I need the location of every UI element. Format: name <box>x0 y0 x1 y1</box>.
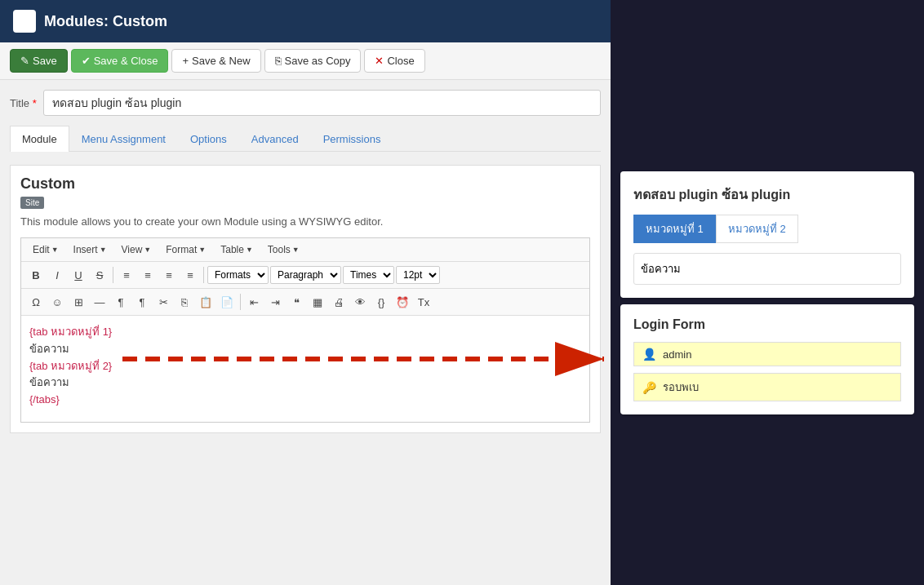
svg-rect-1 <box>25 15 31 20</box>
title-input[interactable] <box>43 90 601 116</box>
hr-button[interactable]: — <box>90 292 109 312</box>
username-value: admin <box>663 348 691 361</box>
save-button[interactable]: ✎ Save <box>10 49 68 73</box>
close-button[interactable]: ✕ Close <box>364 49 424 73</box>
media-button[interactable]: ▦ <box>308 292 327 312</box>
strikethrough-button[interactable]: S <box>90 265 109 285</box>
left-panel: Modules: Custom ✎ Save ✔ Save & Close + … <box>0 0 611 585</box>
indent-button[interactable]: ⇥ <box>265 292 285 312</box>
title-row: Title * <box>10 90 601 116</box>
pilcrow-button[interactable]: ¶ <box>111 292 131 312</box>
outdent-button[interactable]: ⇤ <box>244 292 264 312</box>
login-form-title: Login Form <box>633 317 901 332</box>
align-left-button[interactable]: ≡ <box>117 265 136 285</box>
align-justify-button[interactable]: ≡ <box>180 265 200 285</box>
editor-line-3: {tab หมวดหมู่ที่ 2} <box>29 358 581 375</box>
password-field: 🔑 รอบพเบ <box>633 373 901 401</box>
emoji-button[interactable]: ☺ <box>47 292 67 312</box>
user-icon: 👤 <box>642 348 656 361</box>
toolbar: ✎ Save ✔ Save & Close + Save & New ⎘ Sav… <box>0 42 611 80</box>
preview-content: ข้อความ <box>633 253 901 285</box>
password-value: รอบพเบ <box>663 379 699 396</box>
preview-tab-2[interactable]: หมวดหมู่ที่ 2 <box>716 215 798 243</box>
preview-module-title: ทดสอบ plugin ซ้อน plugin <box>633 184 901 205</box>
required-indicator: * <box>33 97 37 109</box>
print-button[interactable]: 🖨 <box>329 292 349 312</box>
time-button[interactable]: ⏰ <box>393 292 412 312</box>
save-close-button[interactable]: ✔ Save & Close <box>71 49 169 73</box>
code-button[interactable]: {} <box>371 292 391 312</box>
tab-menu-assignment[interactable]: Menu Assignment <box>69 126 178 152</box>
divider <box>113 267 113 283</box>
save-copy-button[interactable]: ⎘ Save as Copy <box>264 49 362 73</box>
cut-button[interactable]: ✂ <box>153 292 173 312</box>
preview-button[interactable]: 👁 <box>350 292 370 312</box>
align-right-button[interactable]: ≡ <box>159 265 179 285</box>
tab-options[interactable]: Options <box>178 126 239 152</box>
align-center-button[interactable]: ≡ <box>138 265 158 285</box>
header: Modules: Custom <box>0 0 611 42</box>
divider3 <box>240 294 241 310</box>
table-button[interactable]: ⊞ <box>69 292 88 312</box>
module-tabs: Module Menu Assignment Options Advanced … <box>10 126 601 152</box>
wysiwyg-editor[interactable]: Edit ▼ Insert ▼ View ▼ Format ▼ Table ▼ … <box>20 237 590 423</box>
editor-toolbar-row2: Ω ☺ ⊞ — ¶ ¶ ✂ ⎘ 📋 📄 ⇤ ⇥ ❝ ▦ 🖨 👁 <box>21 289 589 316</box>
clear-button[interactable]: Tx <box>414 292 433 312</box>
blockquote-button[interactable]: ❝ <box>287 292 306 312</box>
copy-button[interactable]: ⎘ <box>175 292 194 312</box>
module-name: Custom <box>20 175 590 193</box>
italic-button[interactable]: I <box>47 265 67 285</box>
close-icon: ✕ <box>375 55 384 67</box>
tools-menu[interactable]: Tools ▼ <box>261 242 306 258</box>
username-field: 👤 admin <box>633 342 901 366</box>
tab-advanced[interactable]: Advanced <box>239 126 311 152</box>
page-title: Modules: Custom <box>44 13 167 30</box>
login-card: Login Form 👤 admin 🔑 รอบพเบ <box>620 304 914 414</box>
editor-menubar: Edit ▼ Insert ▼ View ▼ Format ▼ Table ▼ … <box>21 238 589 262</box>
lock-icon: 🔑 <box>642 381 656 394</box>
size-select[interactable]: 12pt <box>396 266 440 284</box>
formats-select[interactable]: Formats <box>207 266 269 284</box>
font-select[interactable]: Times <box>343 266 394 284</box>
edit-menu[interactable]: Edit ▼ <box>26 242 65 258</box>
module-section: Custom Site This module allows you to cr… <box>10 165 601 433</box>
editor-content[interactable]: {tab หมวดหมู่ที่ 1} ข้อความ {tab หมวดหมู… <box>21 316 589 422</box>
module-description: This module allows you to create your ow… <box>20 215 590 228</box>
preview-tab-1[interactable]: หมวดหมู่ที่ 1 <box>633 215 716 243</box>
paste-button[interactable]: 📋 <box>196 292 215 312</box>
editor-line-4: ข้อความ <box>29 374 581 392</box>
save-new-button[interactable]: + Save & New <box>171 49 260 73</box>
view-menu[interactable]: View ▼ <box>115 242 158 258</box>
preview-card: ทดสอบ plugin ซ้อน plugin หมวดหมู่ที่ 1 ห… <box>620 171 914 298</box>
editor-line-2: ข้อความ <box>29 341 581 358</box>
check-icon: ✔ <box>82 55 91 67</box>
format-menu[interactable]: Format ▼ <box>159 242 212 258</box>
plus-icon: + <box>182 55 189 67</box>
table-menu[interactable]: Table ▼ <box>214 242 260 258</box>
editor-line-1: {tab หมวดหมู่ที่ 1} <box>29 324 581 341</box>
svg-rect-3 <box>25 22 31 28</box>
omega-button[interactable]: Ω <box>26 292 46 312</box>
insert-menu[interactable]: Insert ▼ <box>67 242 113 258</box>
main-content: Title * Module Menu Assignment Options A… <box>0 80 611 443</box>
module-badge: Site <box>20 197 44 209</box>
paragraph-select[interactable]: Paragraph <box>270 266 341 284</box>
divider2 <box>203 267 204 283</box>
preview-tabs: หมวดหมู่ที่ 1 หมวดหมู่ที่ 2 <box>633 215 901 243</box>
pilcrow2-button[interactable]: ¶ <box>132 292 152 312</box>
title-label: Title * <box>10 97 37 109</box>
paste-text-button[interactable]: 📄 <box>217 292 237 312</box>
copy-icon: ⎘ <box>275 55 282 67</box>
bold-button[interactable]: B <box>26 265 46 285</box>
editor-line-5: {/tabs} <box>29 392 581 409</box>
modules-icon <box>13 10 36 33</box>
right-panel: ทดสอบ plugin ซ้อน plugin หมวดหมู่ที่ 1 ห… <box>611 0 924 585</box>
tab-permissions[interactable]: Permissions <box>311 126 393 152</box>
svg-rect-0 <box>18 15 24 20</box>
save-icon: ✎ <box>20 55 29 67</box>
editor-toolbar-row1: B I U S ≡ ≡ ≡ ≡ Formats Paragraph <box>21 262 589 289</box>
underline-button[interactable]: U <box>69 265 88 285</box>
tab-module[interactable]: Module <box>10 126 69 152</box>
svg-rect-2 <box>18 22 24 28</box>
